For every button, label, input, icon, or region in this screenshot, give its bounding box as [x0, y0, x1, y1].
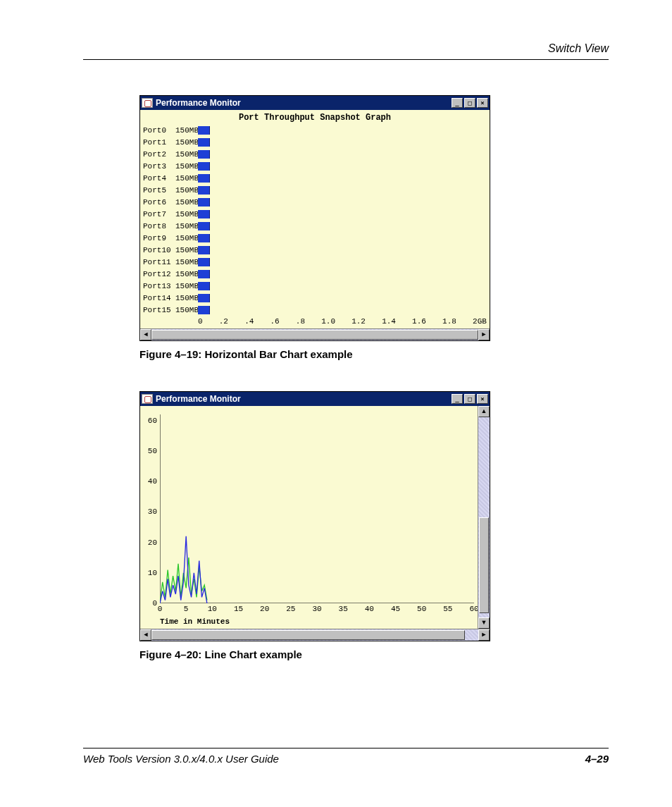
x-tick: 0	[158, 605, 163, 613]
close-button[interactable]: ×	[477, 98, 488, 108]
bar-track	[198, 137, 490, 147]
y-axis-ticks: 0102030405060	[143, 414, 158, 603]
bar-row: Port15150MB	[140, 304, 490, 316]
bar-fill	[198, 246, 210, 254]
scrollbar-track[interactable]	[151, 329, 478, 340]
scroll-down-arrow-icon[interactable]: ▼	[478, 617, 490, 629]
titlebar[interactable]: Performance Monitor _ □ ×	[140, 392, 490, 406]
bar-fill	[198, 150, 210, 159]
bar-row: Port10150MB	[140, 244, 490, 256]
port-value: 150MB	[175, 234, 198, 242]
scroll-right-arrow-icon[interactable]: ►	[478, 629, 490, 641]
x-tick: 5	[184, 605, 189, 613]
bar-chart-canvas: Port Throughput Snapshot Graph Port0150M…	[140, 110, 490, 328]
y-tick: 20	[148, 538, 157, 547]
minimize-button[interactable]: _	[452, 394, 463, 404]
doc-title: Web Tools Version 3.0.x/4.0.x User Guide	[83, 753, 279, 765]
scroll-left-arrow-icon[interactable]: ◄	[140, 329, 151, 340]
java-cup-icon	[142, 98, 153, 108]
bar-track	[198, 269, 490, 279]
x-tick: 50	[417, 605, 426, 613]
port-label: Port7	[140, 210, 175, 218]
bar-track	[198, 161, 490, 171]
x-tick: 1.0	[321, 317, 335, 326]
port-value: 150MB	[175, 306, 198, 314]
bar-row: Port0150MB	[140, 124, 490, 136]
vertical-scrollbar[interactable]: ▲ ▼	[478, 406, 490, 629]
scroll-left-arrow-icon[interactable]: ◄	[140, 629, 151, 641]
y-tick: 30	[148, 507, 157, 516]
port-value: 150MB	[175, 186, 198, 195]
port-value: 150MB	[175, 246, 198, 254]
bar-fill	[198, 282, 210, 290]
bar-track	[198, 257, 490, 267]
bar-track	[198, 221, 490, 231]
port-value: 150MB	[175, 150, 198, 159]
maximize-button[interactable]: □	[464, 394, 475, 404]
x-tick: 45	[391, 605, 400, 613]
bar-track	[198, 149, 490, 159]
x-tick: .4	[244, 317, 254, 326]
x-tick: 20	[260, 605, 269, 613]
bar-row: Port4150MB	[140, 172, 490, 184]
scroll-right-arrow-icon[interactable]: ►	[478, 329, 490, 340]
bar-fill	[198, 186, 210, 195]
y-tick: 40	[148, 477, 157, 486]
y-tick: 50	[148, 447, 157, 455]
port-label: Port13	[140, 282, 175, 290]
x-tick: 15	[234, 605, 243, 613]
header-rule	[83, 59, 609, 60]
line-chart-canvas: 0102030405060 051015202530354045505560 T…	[140, 406, 490, 629]
port-label: Port14	[140, 294, 175, 302]
port-label: Port8	[140, 222, 175, 230]
x-tick: 55	[443, 605, 452, 613]
y-tick: 0	[152, 599, 157, 608]
bar-row: Port13150MB	[140, 280, 490, 292]
scrollbar-track[interactable]	[478, 417, 490, 617]
bar-track	[198, 305, 490, 315]
titlebar[interactable]: Performance Monitor _ □ ×	[140, 96, 490, 110]
bar-track	[198, 293, 490, 303]
bar-track	[198, 125, 490, 135]
scrollbar-thumb[interactable]	[151, 330, 478, 340]
close-button[interactable]: ×	[477, 394, 488, 404]
window-title: Performance Monitor	[156, 98, 450, 108]
x-tick: .8	[296, 317, 305, 326]
bar-track	[198, 209, 490, 219]
bar-fill	[198, 306, 210, 314]
x-axis-label: Time in Minutes	[160, 617, 230, 626]
bar-row: Port7150MB	[140, 208, 490, 220]
x-tick: 30	[312, 605, 321, 613]
x-axis: 0.2.4.6.81.01.21.41.61.82GB	[140, 316, 490, 328]
bar-track	[198, 245, 490, 255]
x-tick: 40	[365, 605, 374, 613]
figure-caption: Figure 4–20: Line Chart example	[139, 648, 609, 660]
bar-row: Port14150MB	[140, 292, 490, 304]
port-label: Port2	[140, 150, 175, 159]
bar-fill	[198, 222, 210, 230]
x-tick: .6	[270, 317, 279, 326]
bar-track	[198, 281, 490, 291]
port-value: 150MB	[175, 282, 198, 290]
x-tick: 2GB	[473, 317, 487, 326]
bar-row: Port3150MB	[140, 160, 490, 172]
scrollbar-thumb[interactable]	[479, 517, 489, 613]
bar-fill	[198, 174, 210, 183]
bar-fill	[198, 210, 210, 218]
port-value: 150MB	[175, 138, 198, 147]
port-value: 150MB	[175, 162, 198, 171]
scroll-up-arrow-icon[interactable]: ▲	[478, 406, 490, 417]
port-value: 150MB	[175, 270, 198, 278]
maximize-button[interactable]: □	[464, 98, 475, 108]
scrollbar-thumb[interactable]	[151, 630, 465, 640]
port-label: Port15	[140, 306, 175, 314]
horizontal-scrollbar[interactable]: ◄ ►	[140, 328, 490, 340]
horizontal-scrollbar[interactable]: ◄ ►	[140, 629, 490, 641]
figure-bar-chart: Performance Monitor _ □ × Port Throughpu…	[139, 95, 609, 360]
minimize-button[interactable]: _	[452, 98, 463, 108]
figure-line-chart: Performance Monitor _ □ × 0102030405060 …	[139, 391, 609, 660]
bar-row: Port6150MB	[140, 196, 490, 208]
port-value: 150MB	[175, 222, 198, 230]
port-value: 150MB	[175, 210, 198, 218]
scrollbar-track[interactable]	[151, 629, 478, 641]
